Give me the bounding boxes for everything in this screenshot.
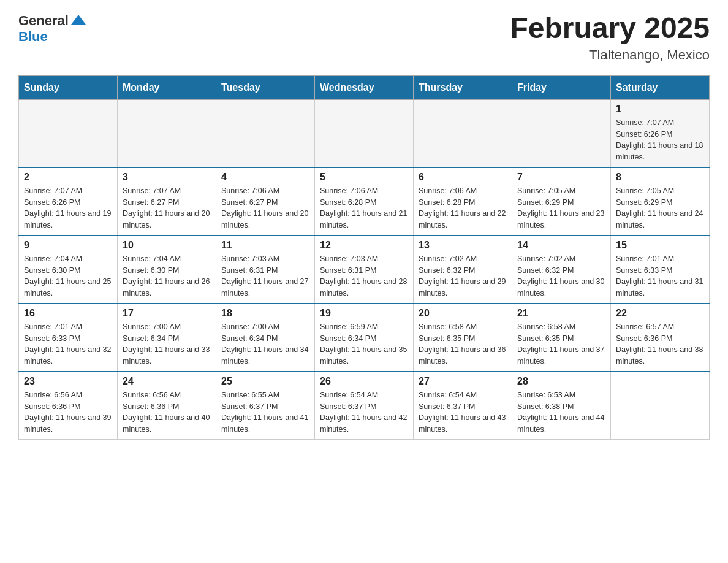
calendar-week-2: 9Sunrise: 7:04 AMSunset: 6:30 PMDaylight… [19,236,710,304]
day-number: 6 [419,172,507,183]
logo: General Blue [18,12,87,44]
day-info: Sunrise: 6:58 AMSunset: 6:35 PMDaylight:… [419,321,507,367]
day-number: 8 [616,172,704,183]
day-number: 26 [320,376,408,387]
day-info: Sunrise: 7:05 AMSunset: 6:29 PMDaylight:… [517,185,605,231]
day-number: 5 [320,172,408,183]
logo-blue: Blue [18,29,48,44]
calendar-cell: 20Sunrise: 6:58 AMSunset: 6:35 PMDayligh… [414,304,512,372]
day-number: 3 [123,172,211,183]
day-info: Sunrise: 7:03 AMSunset: 6:31 PMDaylight:… [320,253,408,299]
day-info: Sunrise: 7:05 AMSunset: 6:29 PMDaylight:… [616,185,704,231]
day-info: Sunrise: 7:01 AMSunset: 6:33 PMDaylight:… [616,253,704,299]
day-number: 1 [616,104,704,115]
day-number: 11 [221,240,309,251]
calendar-cell: 4Sunrise: 7:06 AMSunset: 6:27 PMDaylight… [216,167,315,236]
day-number: 12 [320,240,408,251]
day-number: 10 [123,240,211,251]
calendar-cell [414,99,512,167]
calendar-cell: 1Sunrise: 7:07 AMSunset: 6:26 PMDaylight… [611,99,710,167]
page-header: General Blue February 2025 Tlaltenango, … [18,12,710,63]
calendar-cell: 10Sunrise: 7:04 AMSunset: 6:30 PMDayligh… [118,236,216,304]
day-info: Sunrise: 6:58 AMSunset: 6:35 PMDaylight:… [517,321,605,367]
calendar-cell [512,99,611,167]
day-number: 14 [517,240,605,251]
calendar-cell [315,99,414,167]
day-number: 15 [616,240,704,251]
day-info: Sunrise: 7:00 AMSunset: 6:34 PMDaylight:… [123,321,211,367]
calendar-cell: 6Sunrise: 7:06 AMSunset: 6:28 PMDaylight… [414,167,512,236]
day-number: 4 [221,172,309,183]
calendar-cell: 21Sunrise: 6:58 AMSunset: 6:35 PMDayligh… [512,304,611,372]
day-number: 25 [221,376,309,387]
day-info: Sunrise: 6:54 AMSunset: 6:37 PMDaylight:… [320,389,408,435]
day-info: Sunrise: 7:07 AMSunset: 6:27 PMDaylight:… [123,185,211,231]
calendar-cell: 25Sunrise: 6:55 AMSunset: 6:37 PMDayligh… [216,372,315,440]
day-info: Sunrise: 7:07 AMSunset: 6:26 PMDaylight:… [616,117,704,163]
calendar-cell [216,99,315,167]
calendar-cell: 12Sunrise: 7:03 AMSunset: 6:31 PMDayligh… [315,236,414,304]
calendar-cell: 16Sunrise: 7:01 AMSunset: 6:33 PMDayligh… [19,304,118,372]
day-info: Sunrise: 7:02 AMSunset: 6:32 PMDaylight:… [517,253,605,299]
day-number: 9 [24,240,112,251]
calendar-cell: 17Sunrise: 7:00 AMSunset: 6:34 PMDayligh… [118,304,216,372]
col-saturday: Saturday [611,75,710,99]
calendar-cell: 2Sunrise: 7:07 AMSunset: 6:26 PMDaylight… [19,167,118,236]
calendar-cell: 8Sunrise: 7:05 AMSunset: 6:29 PMDaylight… [611,167,710,236]
day-number: 7 [517,172,605,183]
day-number: 2 [24,172,112,183]
calendar-cell [19,99,118,167]
calendar-cell: 22Sunrise: 6:57 AMSunset: 6:36 PMDayligh… [611,304,710,372]
day-info: Sunrise: 6:53 AMSunset: 6:38 PMDaylight:… [517,389,605,435]
calendar-table: Sunday Monday Tuesday Wednesday Thursday… [18,75,710,440]
day-info: Sunrise: 7:06 AMSunset: 6:28 PMDaylight:… [419,185,507,231]
logo-icon [70,12,87,29]
calendar-week-3: 16Sunrise: 7:01 AMSunset: 6:33 PMDayligh… [19,304,710,372]
calendar-cell: 15Sunrise: 7:01 AMSunset: 6:33 PMDayligh… [611,236,710,304]
calendar-cell: 27Sunrise: 6:54 AMSunset: 6:37 PMDayligh… [414,372,512,440]
calendar-cell: 3Sunrise: 7:07 AMSunset: 6:27 PMDaylight… [118,167,216,236]
day-info: Sunrise: 6:56 AMSunset: 6:36 PMDaylight:… [123,389,211,435]
col-wednesday: Wednesday [315,75,414,99]
calendar-cell: 13Sunrise: 7:02 AMSunset: 6:32 PMDayligh… [414,236,512,304]
day-number: 20 [419,308,507,319]
calendar-cell: 9Sunrise: 7:04 AMSunset: 6:30 PMDaylight… [19,236,118,304]
calendar-cell: 19Sunrise: 6:59 AMSunset: 6:34 PMDayligh… [315,304,414,372]
day-number: 19 [320,308,408,319]
calendar-cell: 24Sunrise: 6:56 AMSunset: 6:36 PMDayligh… [118,372,216,440]
day-number: 24 [123,376,211,387]
calendar-week-4: 23Sunrise: 6:56 AMSunset: 6:36 PMDayligh… [19,372,710,440]
title-section: February 2025 Tlaltenango, Mexico [510,12,710,63]
day-info: Sunrise: 7:04 AMSunset: 6:30 PMDaylight:… [123,253,211,299]
calendar-cell: 11Sunrise: 7:03 AMSunset: 6:31 PMDayligh… [216,236,315,304]
calendar-week-1: 2Sunrise: 7:07 AMSunset: 6:26 PMDaylight… [19,167,710,236]
col-tuesday: Tuesday [216,75,315,99]
col-monday: Monday [118,75,216,99]
day-number: 17 [123,308,211,319]
calendar-cell: 18Sunrise: 7:00 AMSunset: 6:34 PMDayligh… [216,304,315,372]
day-info: Sunrise: 7:01 AMSunset: 6:33 PMDaylight:… [24,321,112,367]
calendar-cell [118,99,216,167]
calendar-cell: 7Sunrise: 7:05 AMSunset: 6:29 PMDaylight… [512,167,611,236]
day-info: Sunrise: 7:02 AMSunset: 6:32 PMDaylight:… [419,253,507,299]
day-info: Sunrise: 7:04 AMSunset: 6:30 PMDaylight:… [24,253,112,299]
day-info: Sunrise: 6:56 AMSunset: 6:36 PMDaylight:… [24,389,112,435]
day-number: 23 [24,376,112,387]
day-info: Sunrise: 7:06 AMSunset: 6:27 PMDaylight:… [221,185,309,231]
day-info: Sunrise: 6:55 AMSunset: 6:37 PMDaylight:… [221,389,309,435]
logo-general: General [18,13,69,28]
calendar-cell: 26Sunrise: 6:54 AMSunset: 6:37 PMDayligh… [315,372,414,440]
day-info: Sunrise: 7:03 AMSunset: 6:31 PMDaylight:… [221,253,309,299]
calendar-week-0: 1Sunrise: 7:07 AMSunset: 6:26 PMDaylight… [19,99,710,167]
day-number: 18 [221,308,309,319]
day-number: 21 [517,308,605,319]
day-info: Sunrise: 6:59 AMSunset: 6:34 PMDaylight:… [320,321,408,367]
day-info: Sunrise: 6:57 AMSunset: 6:36 PMDaylight:… [616,321,704,367]
calendar-cell [611,372,710,440]
day-number: 27 [419,376,507,387]
calendar-header-row: Sunday Monday Tuesday Wednesday Thursday… [19,75,710,99]
location-title: Tlaltenango, Mexico [510,47,710,63]
col-thursday: Thursday [414,75,512,99]
day-info: Sunrise: 7:07 AMSunset: 6:26 PMDaylight:… [24,185,112,231]
day-info: Sunrise: 6:54 AMSunset: 6:37 PMDaylight:… [419,389,507,435]
